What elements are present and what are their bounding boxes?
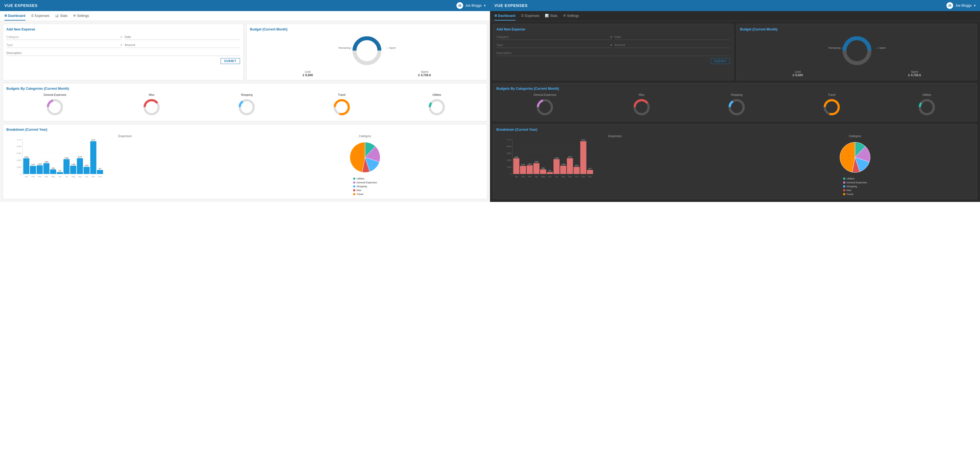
legend-dot	[353, 178, 355, 180]
svg-text:Nov: Nov	[91, 176, 95, 178]
limit-title: Limit	[793, 70, 803, 73]
add-expense-title: Add New Expense	[6, 27, 240, 31]
app-title: VUE EXPENSES	[495, 3, 528, 8]
category-item: Misc	[142, 93, 161, 118]
type-select[interactable]: Type	[496, 42, 612, 48]
submit-button[interactable]: SUBMIT	[221, 58, 240, 64]
svg-text:5,000: 5,000	[16, 139, 21, 140]
nav-item-stats[interactable]: 📊Stats	[545, 12, 557, 21]
description-input[interactable]	[496, 50, 730, 56]
svg-text:1022: 1022	[574, 165, 579, 167]
spent-total-label: Spent £ 4,726.6	[908, 70, 921, 77]
panel-light: VUE EXPENSES JB Joe Bloggs ▾ ⊞Dashboard☰…	[0, 0, 490, 202]
svg-rect-118	[580, 141, 587, 174]
nav-bar: ⊞Dashboard☰Expenses📊Stats⚙Settings	[0, 11, 490, 21]
category-item: General Expenses	[533, 93, 556, 118]
submit-button[interactable]: SUBMIT	[711, 58, 730, 64]
svg-rect-97	[533, 163, 539, 174]
nav-item-stats[interactable]: 📊Stats	[55, 12, 67, 21]
svg-rect-115	[574, 167, 580, 174]
legend-label: Travel	[356, 193, 363, 195]
svg-text:4727: 4727	[91, 139, 95, 141]
svg-text:May: May	[541, 176, 545, 178]
svg-text:1157: 1157	[521, 164, 525, 166]
category-item: Travel	[822, 93, 842, 118]
svg-text:Feb: Feb	[521, 176, 525, 178]
categories-row: General Expenses Misc Shopping Travel Ut…	[496, 93, 974, 118]
svg-text:2,000: 2,000	[506, 159, 511, 161]
category-item: Shopping	[727, 93, 746, 118]
svg-text:Dec: Dec	[589, 176, 592, 178]
legend-dot	[843, 178, 845, 180]
legend-item: Shopping	[353, 185, 377, 188]
nav-item-expenses[interactable]: ☰Expenses	[521, 12, 539, 21]
svg-text:1157: 1157	[31, 164, 35, 166]
pie-chart-container: Category Utilities General Expenses Shop…	[247, 134, 484, 195]
category-item: Shopping	[237, 93, 256, 118]
nav-item-dashboard[interactable]: ⊞Dashboard	[495, 12, 515, 21]
svg-rect-56	[90, 141, 97, 174]
spent-value: £ 4,726.6	[908, 73, 921, 77]
svg-rect-47	[70, 166, 76, 174]
svg-text:656: 656	[52, 167, 55, 169]
svg-text:Sep: Sep	[78, 176, 82, 178]
legend-item: Travel	[353, 193, 377, 195]
breakdown-title: Breakdown (Current Year)	[6, 128, 484, 132]
nav-bar: ⊞Dashboard☰Expenses📊Stats⚙Settings	[490, 11, 980, 21]
svg-text:Jun: Jun	[548, 176, 551, 178]
category-item: Utilities	[917, 93, 937, 118]
category-donut	[727, 97, 746, 118]
category-name: Utilities	[432, 93, 441, 96]
svg-text:0: 0	[20, 173, 21, 175]
category-name: Travel	[338, 93, 345, 96]
user-dropdown-icon[interactable]: ▾	[484, 3, 485, 8]
svg-text:Aug: Aug	[562, 176, 565, 178]
svg-rect-94	[527, 165, 533, 174]
nav-label: Expenses	[525, 14, 539, 18]
svg-text:1022: 1022	[84, 165, 89, 167]
category-select[interactable]: Category	[496, 34, 612, 40]
type-select[interactable]: Type	[6, 42, 122, 48]
add-expense-card: Add New Expense Category ▾ Type ▾	[493, 24, 733, 80]
svg-text:1242: 1242	[528, 163, 532, 165]
legend-dot	[353, 181, 355, 184]
svg-rect-32	[37, 165, 43, 174]
budget-labels: Limit £ 9,500 Spent £ 4,726.6	[740, 70, 974, 77]
nav-item-settings[interactable]: ⚙Settings	[563, 12, 579, 21]
user-info[interactable]: JB Joe Bloggs ▾	[947, 2, 975, 9]
description-input[interactable]	[6, 50, 240, 56]
limit-value: £ 9,500	[303, 73, 313, 77]
category-select[interactable]: Category	[6, 34, 122, 40]
categories-card: Budgets By Categories (Current Month) Ge…	[3, 83, 487, 121]
amount-input[interactable]	[125, 42, 240, 48]
date-input[interactable]	[615, 34, 730, 40]
amount-input[interactable]	[615, 42, 730, 48]
nav-item-settings[interactable]: ⚙Settings	[73, 12, 89, 21]
svg-text:Sep: Sep	[568, 176, 572, 178]
svg-rect-26	[23, 159, 29, 174]
svg-text:1553: 1553	[45, 161, 48, 163]
svg-rect-100	[540, 170, 546, 174]
legend-item: Utilities	[353, 177, 377, 180]
legend-dot	[843, 189, 845, 191]
user-dropdown-icon[interactable]: ▾	[974, 3, 975, 8]
avatar: JB	[947, 2, 953, 9]
svg-text:Dec: Dec	[99, 176, 102, 178]
spent-total-label: Spent £ 4,726.6	[418, 70, 431, 77]
legend-label: General Expenses	[846, 181, 867, 184]
nav-item-expenses[interactable]: ☰Expenses	[31, 12, 49, 21]
breakdown-title: Breakdown (Current Year)	[496, 128, 974, 132]
nav-item-dashboard[interactable]: ⊞Dashboard	[5, 12, 25, 21]
category-donut	[427, 97, 447, 118]
svg-text:270: 270	[548, 170, 551, 172]
svg-text:1553: 1553	[535, 161, 538, 163]
user-info[interactable]: JB Joe Bloggs ▾	[457, 2, 485, 9]
legend-label: Misc	[846, 189, 852, 192]
svg-text:Jan: Jan	[515, 176, 518, 178]
date-input[interactable]	[125, 34, 240, 40]
category-donut	[142, 97, 161, 118]
svg-text:5,000: 5,000	[506, 139, 511, 140]
legend-label: General Expenses	[356, 181, 377, 184]
svg-text:May: May	[51, 176, 55, 178]
category-name: Shopping	[241, 93, 253, 96]
